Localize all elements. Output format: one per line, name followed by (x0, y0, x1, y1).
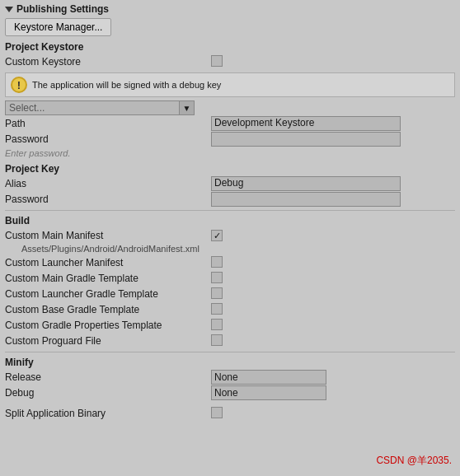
custom-launcher-manifest-row: Custom Launcher Manifest (5, 255, 455, 270)
password-value (211, 132, 455, 147)
minify-header: Minify (5, 357, 455, 368)
custom-gradle-props-label: Custom Gradle Properties Template (5, 320, 211, 331)
minify-release-value: None (211, 370, 455, 385)
warning-text: The application will be signed with a de… (32, 80, 221, 90)
custom-launcher-manifest-checkbox-container (211, 256, 455, 270)
split-application-binary-label: Split Application Binary (5, 408, 211, 419)
custom-main-manifest-checkbox[interactable]: ✓ (211, 230, 223, 241)
section-header: Publishing Settings (5, 3, 455, 15)
custom-keystore-label: Custom Keystore (5, 56, 211, 68)
split-application-binary-checkbox[interactable] (211, 407, 223, 418)
split-application-binary-checkbox-container (211, 407, 455, 421)
password-label: Password (5, 133, 211, 145)
custom-launcher-gradle-checkbox-container (211, 287, 455, 301)
custom-proguard-label: Custom Proguard File (5, 335, 211, 347)
minify-debug-input[interactable]: None (211, 385, 326, 400)
collapse-triangle-icon[interactable] (5, 7, 13, 12)
minify-debug-value: None (211, 385, 455, 400)
minify-release-label: Release (5, 371, 211, 383)
alias-value: Debug (211, 176, 455, 191)
custom-launcher-manifest-label: Custom Launcher Manifest (5, 257, 211, 268)
path-label: Path (5, 118, 211, 129)
split-application-binary-row: Split Application Binary (5, 406, 455, 421)
custom-main-gradle-checkbox-container (211, 272, 455, 286)
password-hint: Enter password. (5, 148, 70, 158)
custom-main-manifest-checkbox-container: ✓ (211, 230, 455, 242)
path-row: Path Development Keystore (5, 116, 455, 131)
minify-debug-row: Debug None (5, 385, 455, 400)
key-password-row: Password (5, 192, 455, 207)
custom-gradle-props-row: Custom Gradle Properties Template (5, 318, 455, 333)
custom-launcher-gradle-label: Custom Launcher Gradle Template (5, 288, 211, 300)
build-header: Build (5, 215, 455, 226)
alias-label: Alias (5, 178, 211, 189)
custom-main-gradle-label: Custom Main Gradle Template (5, 273, 211, 284)
warning-box: ! The application will be signed with a … (5, 72, 455, 97)
custom-base-gradle-checkbox-container (211, 303, 455, 317)
publishing-settings-panel: Publishing Settings Keystore Manager... … (0, 0, 460, 425)
custom-base-gradle-checkbox[interactable] (211, 303, 223, 315)
minify-release-row: Release None (5, 370, 455, 385)
keystore-select[interactable]: Select... ▼ (5, 100, 195, 115)
custom-proguard-row: Custom Proguard File (5, 334, 455, 348)
alias-input[interactable]: Debug (211, 176, 401, 191)
custom-main-gradle-row: Custom Main Gradle Template (5, 271, 455, 286)
divider-1 (5, 210, 455, 211)
path-input[interactable]: Development Keystore (211, 116, 401, 131)
custom-proguard-checkbox-container (211, 334, 455, 348)
minify-debug-label: Debug (5, 387, 211, 399)
custom-keystore-checkbox-container (211, 55, 455, 69)
checkmark-icon: ✓ (214, 231, 221, 240)
keystore-manager-button[interactable]: Keystore Manager... (5, 18, 111, 36)
custom-main-manifest-label: Custom Main Manifest (5, 230, 211, 241)
custom-gradle-props-checkbox-container (211, 319, 455, 333)
password-row: Password (5, 132, 455, 147)
warning-icon: ! (11, 77, 27, 93)
manifest-path: Assets/Plugins/Android/AndroidManifest.x… (21, 244, 455, 254)
password-hint-row: Enter password. (5, 147, 455, 159)
custom-launcher-gradle-checkbox[interactable] (211, 287, 223, 299)
custom-launcher-manifest-checkbox[interactable] (211, 256, 223, 268)
alias-row: Alias Debug (5, 176, 455, 191)
section-title: Publishing Settings (16, 3, 109, 15)
custom-base-gradle-label: Custom Base Gradle Template (5, 304, 211, 315)
custom-keystore-checkbox[interactable] (211, 55, 223, 67)
keystore-select-row: Select... ▼ (5, 100, 455, 115)
key-password-value (211, 192, 455, 207)
custom-keystore-row: Custom Keystore (5, 54, 455, 69)
watermark: CSDN @羊2035. (376, 454, 452, 468)
minify-release-input[interactable]: None (211, 370, 326, 385)
custom-main-manifest-row: Custom Main Manifest ✓ (5, 228, 455, 243)
custom-launcher-gradle-row: Custom Launcher Gradle Template (5, 287, 455, 301)
password-input[interactable] (211, 132, 401, 147)
custom-proguard-checkbox[interactable] (211, 334, 223, 346)
divider-2 (5, 352, 455, 352)
keystore-select-text: Select... (6, 102, 179, 114)
key-password-label: Password (5, 194, 211, 205)
path-value: Development Keystore (211, 116, 455, 131)
custom-main-gradle-checkbox[interactable] (211, 272, 223, 283)
custom-gradle-props-checkbox[interactable] (211, 319, 223, 330)
project-key-header: Project Key (5, 163, 455, 175)
keystore-manager-row: Keystore Manager... (5, 18, 455, 36)
select-arrow-icon: ▼ (179, 101, 194, 114)
key-password-input[interactable] (211, 192, 401, 207)
custom-base-gradle-row: Custom Base Gradle Template (5, 302, 455, 317)
project-keystore-header: Project Keystore (5, 41, 455, 53)
